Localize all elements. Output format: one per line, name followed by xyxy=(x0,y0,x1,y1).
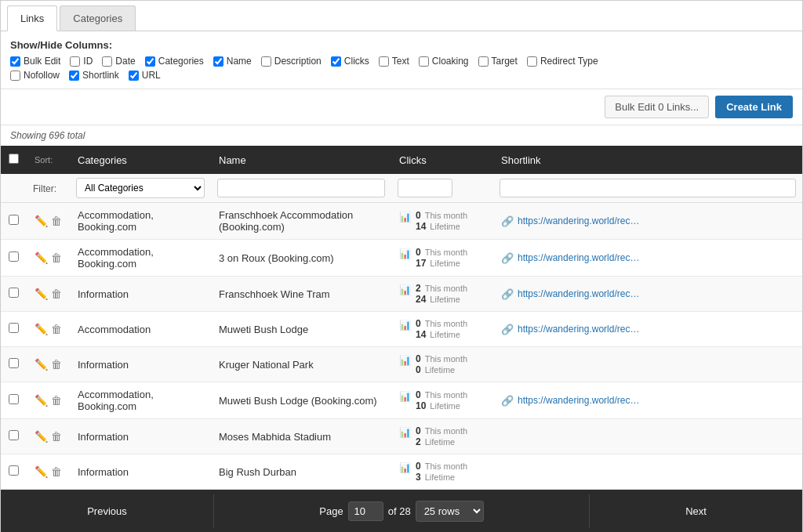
clicks-month-row: 0 This month xyxy=(416,353,467,364)
row-checkbox[interactable] xyxy=(9,215,19,225)
col-cb-nofollow[interactable] xyxy=(10,71,20,81)
pagination-bar: Previous Page of 28 25 rows 10 rows 50 r… xyxy=(1,490,802,532)
delete-icon[interactable]: 🗑 xyxy=(51,358,62,371)
col-cb-cloaking[interactable] xyxy=(419,56,429,67)
col-cb-shortlink[interactable] xyxy=(69,71,79,81)
edit-icon[interactable]: ✏️ xyxy=(35,252,48,264)
col-cb-name[interactable] xyxy=(213,56,223,67)
shortlink-icon: 🔗 xyxy=(501,252,514,264)
col-cb-clicks[interactable] xyxy=(331,56,341,67)
col-cb-id[interactable] xyxy=(70,56,80,67)
col-cb-bulk-edit[interactable] xyxy=(10,56,20,67)
delete-icon[interactable]: 🗑 xyxy=(51,252,62,264)
clicks-lifetime-row: 2 Lifetime xyxy=(416,436,467,447)
shortlink-link[interactable]: https://wandering.world/recommends/3-o..… xyxy=(518,252,643,263)
edit-icon[interactable]: ✏️ xyxy=(35,358,48,371)
shortlink-link[interactable]: https://wandering.world/recommends/fra..… xyxy=(518,215,643,226)
next-button[interactable]: Next xyxy=(589,494,802,528)
bulk-edit-button[interactable]: Bulk Edit 0 Links... xyxy=(605,96,709,118)
row-checkbox[interactable] xyxy=(9,358,19,368)
edit-icon[interactable]: ✏️ xyxy=(35,323,48,335)
col-checkbox-redirect-type[interactable]: Redirect Type xyxy=(527,56,598,67)
filter-name-col xyxy=(211,174,391,203)
col-cb-target[interactable] xyxy=(478,56,489,67)
header-checkbox-col xyxy=(1,146,27,174)
clicks-lifetime-row: 14 Lifetime xyxy=(416,329,467,340)
col-checkbox-cloaking[interactable]: Cloaking xyxy=(419,56,469,67)
edit-icon[interactable]: ✏️ xyxy=(35,215,48,227)
clicks-lifetime-value: 14 xyxy=(416,329,426,340)
col-checkbox-clicks[interactable]: Clicks xyxy=(331,56,369,67)
rows-per-page-select[interactable]: 25 rows 10 rows 50 rows 100 rows xyxy=(416,501,484,522)
tab-categories[interactable]: Categories xyxy=(60,5,136,31)
col-checkbox-text[interactable]: Text xyxy=(379,56,409,67)
row-checkbox[interactable] xyxy=(9,288,19,298)
shortlink-link[interactable]: https://wandering.world/recommends/fra..… xyxy=(518,288,643,299)
delete-icon[interactable]: 🗑 xyxy=(51,215,62,227)
prev-button[interactable]: Previous xyxy=(1,494,214,528)
header-actions-col: Sort: xyxy=(27,146,70,174)
shortlink-filter-input[interactable] xyxy=(500,179,796,197)
col-checkbox-description[interactable]: Description xyxy=(261,56,322,67)
col-checkbox-categories[interactable]: Categories xyxy=(145,56,204,67)
col-checkbox-target[interactable]: Target xyxy=(478,56,518,67)
header-name[interactable]: Name xyxy=(211,146,391,174)
delete-icon[interactable]: 🗑 xyxy=(51,465,62,478)
edit-icon[interactable]: ✏️ xyxy=(35,394,48,407)
row-checkbox[interactable] xyxy=(9,252,19,262)
row-checkbox[interactable] xyxy=(9,430,19,440)
edit-icon[interactable]: ✏️ xyxy=(35,430,48,443)
row-name-cell: Moses Mabhida Stadium xyxy=(211,419,391,454)
header-categories[interactable]: Categories xyxy=(70,146,211,174)
row-name-cell: 3 on Roux (Booking.com) xyxy=(211,240,391,277)
clicks-filter-input[interactable] xyxy=(398,179,452,197)
row-checkbox[interactable] xyxy=(9,394,19,404)
col-cb-description[interactable] xyxy=(261,56,271,67)
row-clicks-cell: 📊 0 This month 17 Lifetime xyxy=(391,240,493,277)
row-checkbox[interactable] xyxy=(9,323,19,333)
row-actions-cell: ✏️ 🗑 xyxy=(27,240,70,277)
col-cb-redirect-type[interactable] xyxy=(527,56,537,67)
table-row: ✏️ 🗑 Accommodation, Booking.com3 on Roux… xyxy=(1,240,802,277)
col-checkbox-name[interactable]: Name xyxy=(213,56,252,67)
col-checkbox-shortlink[interactable]: Shortlink xyxy=(69,70,119,81)
delete-icon[interactable]: 🗑 xyxy=(51,323,62,335)
shortlink-link[interactable]: https://wandering.world/recommends/mu... xyxy=(518,395,643,406)
show-hide-columns: Show/Hide Columns: Bulk Edit ID Date Cat… xyxy=(1,31,802,89)
col-cb-text[interactable] xyxy=(379,56,389,67)
name-filter-input[interactable] xyxy=(217,179,385,197)
col-checkbox-url[interactable]: URL xyxy=(129,70,161,81)
row-clicks-cell: 📊 0 This month 2 Lifetime xyxy=(391,419,493,454)
delete-icon[interactable]: 🗑 xyxy=(51,394,62,407)
create-link-button[interactable]: Create Link xyxy=(715,96,793,118)
clicks-month-value: 0 xyxy=(416,318,421,329)
col-checkbox-bulk-edit[interactable]: Bulk Edit xyxy=(10,56,60,67)
page-input[interactable] xyxy=(348,501,383,521)
select-all-checkbox[interactable] xyxy=(9,154,19,164)
clicks-month-row: 0 This month xyxy=(416,389,467,400)
row-checkbox-cell xyxy=(1,382,27,419)
col-checkbox-date[interactable]: Date xyxy=(102,56,135,67)
row-checkbox[interactable] xyxy=(9,465,19,476)
category-filter-select[interactable]: All Categories xyxy=(76,178,205,198)
header-shortlink[interactable]: Shortlink xyxy=(493,146,802,174)
edit-icon[interactable]: ✏️ xyxy=(35,288,48,300)
clicks-lifetime-label: Lifetime xyxy=(425,365,456,375)
table-row: ✏️ 🗑 AccommodationMuweti Bush Lodge 📊 0 … xyxy=(1,312,802,347)
col-checkbox-nofollow[interactable]: Nofollow xyxy=(10,70,60,81)
edit-icon[interactable]: ✏️ xyxy=(35,465,48,478)
col-cb-url[interactable] xyxy=(129,71,139,81)
links-table: Sort: Categories Name Clicks Shortlink F… xyxy=(1,146,802,490)
table-row: ✏️ 🗑 Accommodation, Booking.comMuweti Bu… xyxy=(1,382,802,419)
delete-icon[interactable]: 🗑 xyxy=(51,430,62,443)
clicks-lifetime-label: Lifetime xyxy=(430,330,460,339)
shortlink-link[interactable]: https://wandering.world/recommends/mu... xyxy=(518,324,643,335)
header-clicks[interactable]: Clicks xyxy=(391,146,493,174)
delete-icon[interactable]: 🗑 xyxy=(51,288,62,300)
tab-links[interactable]: Links xyxy=(7,5,57,31)
col-cb-date[interactable] xyxy=(102,56,112,67)
col-cb-categories[interactable] xyxy=(145,56,155,67)
row-actions-cell: ✏️ 🗑 xyxy=(27,382,70,419)
clicks-numbers: 0 This month 10 Lifetime xyxy=(416,389,467,411)
col-checkbox-id[interactable]: ID xyxy=(70,56,93,67)
